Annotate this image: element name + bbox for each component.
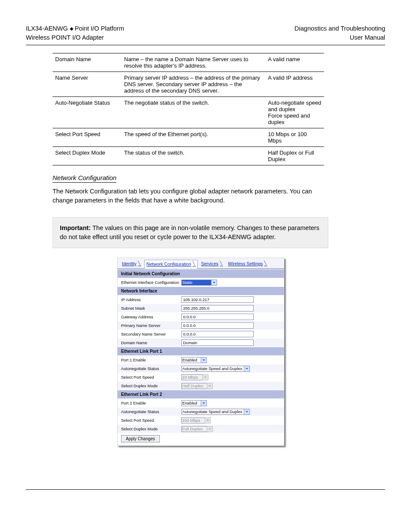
page-header: ILX34-AENWG ◆ Point I/O Platform Wireles… bbox=[26, 24, 385, 45]
select-port1-enable[interactable]: Enabled bbox=[181, 357, 207, 363]
tab-identity[interactable]: Identity╲ bbox=[120, 259, 143, 268]
select-port2-autonegotiate[interactable]: Autonegotiate Speed and Duplex bbox=[181, 409, 250, 415]
important-label: Important: bbox=[60, 224, 91, 231]
platform-name: Point I/O Platform bbox=[75, 25, 124, 32]
label-gateway-address: Gateway Address bbox=[121, 314, 181, 319]
input-domain-name[interactable] bbox=[181, 339, 254, 346]
label-port2-speed: Select Port Speed bbox=[121, 418, 181, 423]
spec-desc: The speed of the Ethernet port(s). bbox=[121, 128, 265, 147]
spec-desc: The status of the switch. bbox=[121, 147, 265, 165]
tab-wireless-settings[interactable]: Wireless Settings╲ bbox=[226, 259, 269, 268]
table-row: Select Duplex Mode The status of the swi… bbox=[53, 147, 324, 165]
select-ethernet-interface-config[interactable]: Static bbox=[181, 280, 217, 286]
label-port2-duplex: Select Duplex Mode bbox=[121, 426, 181, 431]
spec-name: Select Duplex Mode bbox=[53, 147, 121, 165]
spec-valid: 10 Mbps or 100 Mbps bbox=[265, 128, 324, 147]
chevron-down-icon bbox=[244, 366, 250, 372]
spec-valid: Auto-negotiate speed and duplex Force sp… bbox=[265, 97, 324, 128]
network-config-panel: Identity╲ Network Configuration╲ Service… bbox=[117, 258, 284, 446]
label-port2-autonegotiate: Autonegotiate Status bbox=[121, 409, 181, 414]
footer-rule bbox=[26, 489, 385, 490]
chevron-down-icon bbox=[207, 426, 213, 432]
label-secondary-name-server: Secondary Name Server bbox=[121, 332, 181, 336]
spec-desc: Name – the name a Domain Name Server use… bbox=[121, 53, 265, 72]
section-initial-network: Initial Network Configuration bbox=[118, 269, 284, 278]
diamond-icon: ◆ bbox=[70, 26, 73, 31]
chevron-down-icon bbox=[201, 400, 207, 406]
input-primary-name-server[interactable] bbox=[181, 322, 254, 329]
tab-network-configuration[interactable]: Network Configuration╲ bbox=[144, 260, 198, 269]
section-body: The Network Configuration tab lets you c… bbox=[53, 187, 328, 205]
section-ethernet-port-1: Ethernet Link Port 1 bbox=[118, 347, 284, 355]
label-port1-duplex: Select Duplex Mode bbox=[121, 383, 181, 388]
select-port2-duplex: Full Duplex bbox=[181, 426, 213, 432]
input-ip-address[interactable] bbox=[181, 296, 254, 303]
chevron-down-icon bbox=[207, 383, 213, 389]
chevron-down-icon bbox=[211, 280, 217, 286]
spec-valid: A valid name bbox=[265, 53, 324, 72]
spec-name: Domain Name bbox=[53, 53, 121, 72]
spec-name: Name Server bbox=[53, 72, 121, 97]
spec-name: Select Port Speed bbox=[53, 128, 121, 147]
select-port2-speed: 100 Mbps bbox=[181, 417, 211, 423]
section-heading: Network Configuration bbox=[53, 174, 116, 183]
product-code: ILX34-AENWG bbox=[26, 25, 68, 32]
table-row: Name Server Primary server IP address – … bbox=[53, 72, 324, 97]
spec-valid: A valid IP address bbox=[265, 72, 324, 97]
chevron-down-icon bbox=[244, 409, 250, 415]
label-port1-speed: Select Port Speed bbox=[121, 375, 181, 380]
select-port1-autonegotiate[interactable]: Autonegotiate Speed and Duplex bbox=[181, 366, 250, 372]
label-port1-enable: Port 1 Enable bbox=[121, 358, 181, 362]
label-primary-name-server: Primary Name Server bbox=[121, 323, 181, 328]
section-network-interface: Network Interface bbox=[118, 286, 284, 295]
tab-bar: Identity╲ Network Configuration╲ Service… bbox=[118, 258, 284, 269]
section-ethernet-port-2: Ethernet Link Port 2 bbox=[118, 390, 284, 398]
input-gateway-address[interactable] bbox=[181, 314, 254, 320]
chevron-down-icon bbox=[201, 357, 207, 363]
label-port1-autonegotiate: Autonegotiate Status bbox=[121, 366, 181, 371]
select-port2-enable[interactable]: Enabled bbox=[181, 400, 207, 406]
table-row: Domain Name Name – the name a Domain Nam… bbox=[53, 53, 324, 72]
label-ethernet-interface-config: Ethernet Interface Configuration bbox=[121, 280, 181, 285]
doc-section: Diagnostics and Troubleshooting bbox=[295, 24, 385, 33]
label-domain-name: Domain Name bbox=[121, 340, 181, 345]
select-port1-speed: 10 Mbps bbox=[181, 374, 209, 380]
select-port1-duplex: Half Duplex bbox=[181, 383, 213, 389]
spec-desc: Primary server IP address – the address … bbox=[121, 72, 265, 97]
input-subnet-mask[interactable] bbox=[181, 305, 254, 311]
tab-services[interactable]: Services╲ bbox=[199, 259, 224, 268]
label-ip-address: IP Address bbox=[121, 297, 181, 302]
apply-changes-button[interactable]: Apply Changes bbox=[121, 435, 160, 442]
product-subtitle: Wireless POINT I/O Adapter bbox=[26, 33, 124, 42]
important-note: Important: The values on this page are i… bbox=[53, 217, 328, 248]
important-text: The values on this page are in non-volat… bbox=[60, 224, 319, 240]
chevron-down-icon bbox=[202, 374, 209, 380]
label-subnet-mask: Subnet Mask bbox=[121, 306, 181, 311]
label-port2-enable: Port 2 Enable bbox=[121, 401, 181, 405]
chevron-down-icon bbox=[205, 417, 211, 423]
table-row: Auto-Negotiate Status The negotiate stat… bbox=[53, 97, 324, 128]
spec-name: Auto-Negotiate Status bbox=[53, 97, 121, 128]
spec-table: Domain Name Name – the name a Domain Nam… bbox=[53, 53, 324, 165]
table-row: Select Port Speed The speed of the Ether… bbox=[53, 128, 324, 147]
spec-desc: The negotiate status of the switch. bbox=[121, 97, 265, 128]
doc-type: User Manual bbox=[295, 33, 385, 42]
input-secondary-name-server[interactable] bbox=[181, 331, 254, 337]
spec-valid: Half Duplex or Full Duplex bbox=[265, 147, 324, 165]
